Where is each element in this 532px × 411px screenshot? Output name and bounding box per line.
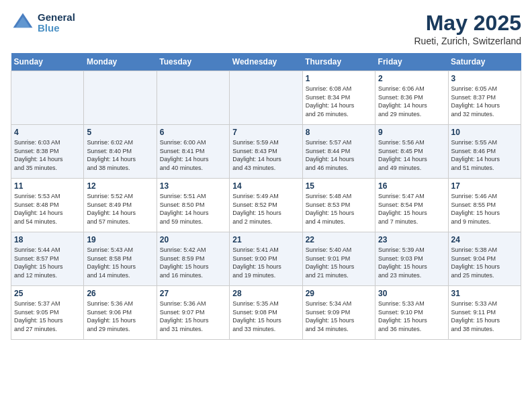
calendar-cell: 3Sunrise: 6:05 AM Sunset: 8:37 PM Daylig… [448,71,521,125]
day-number: 14 [232,181,299,191]
day-info: Sunrise: 5:49 AM Sunset: 8:52 PM Dayligh… [232,192,299,226]
day-info: Sunrise: 6:00 AM Sunset: 8:41 PM Dayligh… [160,138,226,172]
week-row-2: 4Sunrise: 6:03 AM Sunset: 8:38 PM Daylig… [11,125,521,179]
calendar-cell: 13Sunrise: 5:51 AM Sunset: 8:50 PM Dayli… [157,179,229,232]
day-header-monday: Monday [84,53,157,71]
day-number: 7 [232,128,299,137]
day-number: 27 [160,289,226,298]
day-number: 10 [451,128,518,137]
day-info: Sunrise: 5:43 AM Sunset: 8:58 PM Dayligh… [87,246,153,279]
day-info: Sunrise: 5:40 AM Sunset: 9:01 PM Dayligh… [306,246,372,279]
day-info: Sunrise: 5:52 AM Sunset: 8:49 PM Dayligh… [87,192,153,226]
day-info: Sunrise: 5:55 AM Sunset: 8:46 PM Dayligh… [451,138,518,172]
calendar-cell: 5Sunrise: 6:02 AM Sunset: 8:40 PM Daylig… [84,125,157,179]
calendar-cell: 23Sunrise: 5:39 AM Sunset: 9:03 PM Dayli… [375,232,448,286]
calendar-cell [230,71,302,125]
day-header-tuesday: Tuesday [157,53,229,71]
title-section: May 2025 Rueti, Zurich, Switzerland [414,11,521,46]
day-number: 29 [306,289,372,298]
day-info: Sunrise: 6:06 AM Sunset: 8:36 PM Dayligh… [378,85,445,118]
day-info: Sunrise: 6:02 AM Sunset: 8:40 PM Dayligh… [87,138,153,172]
day-number: 26 [87,289,153,298]
calendar-cell [84,71,157,125]
logo-line1: General [38,12,75,24]
header-row: SundayMondayTuesdayWednesdayThursdayFrid… [11,53,521,71]
day-info: Sunrise: 5:35 AM Sunset: 9:08 PM Dayligh… [232,300,299,333]
day-info: Sunrise: 5:33 AM Sunset: 9:11 PM Dayligh… [451,300,518,333]
day-info: Sunrise: 5:33 AM Sunset: 9:10 PM Dayligh… [378,300,445,333]
day-number: 9 [378,128,445,137]
day-number: 11 [14,181,81,191]
calendar-cell [157,71,229,125]
calendar-cell: 18Sunrise: 5:44 AM Sunset: 8:57 PM Dayli… [11,232,84,286]
day-header-friday: Friday [375,53,448,71]
day-number: 31 [451,289,518,298]
calendar-cell: 14Sunrise: 5:49 AM Sunset: 8:52 PM Dayli… [230,179,302,232]
calendar-cell: 4Sunrise: 6:03 AM Sunset: 8:38 PM Daylig… [11,125,84,179]
logo: General Blue [11,11,75,35]
calendar-cell: 1Sunrise: 6:08 AM Sunset: 8:34 PM Daylig… [302,71,375,125]
day-number: 21 [232,235,299,244]
header: General Blue May 2025 Rueti, Zurich, Swi… [11,11,521,46]
day-number: 4 [14,128,81,137]
day-number: 24 [451,235,518,244]
calendar-cell: 19Sunrise: 5:43 AM Sunset: 8:58 PM Dayli… [84,232,157,286]
day-info: Sunrise: 5:46 AM Sunset: 8:55 PM Dayligh… [451,192,518,226]
calendar-cell: 10Sunrise: 5:55 AM Sunset: 8:46 PM Dayli… [448,125,521,179]
day-number: 5 [87,128,153,137]
day-number: 20 [160,235,226,244]
calendar-cell: 20Sunrise: 5:42 AM Sunset: 8:59 PM Dayli… [157,232,229,286]
day-info: Sunrise: 5:59 AM Sunset: 8:43 PM Dayligh… [232,138,299,172]
day-header-saturday: Saturday [448,53,521,71]
day-header-sunday: Sunday [11,53,84,71]
location-title: Rueti, Zurich, Switzerland [414,36,521,46]
day-info: Sunrise: 5:44 AM Sunset: 8:57 PM Dayligh… [14,246,81,279]
day-info: Sunrise: 5:34 AM Sunset: 9:09 PM Dayligh… [306,300,372,333]
calendar-cell: 8Sunrise: 5:57 AM Sunset: 8:44 PM Daylig… [302,125,375,179]
day-info: Sunrise: 5:36 AM Sunset: 9:06 PM Dayligh… [87,300,153,333]
week-row-1: 1Sunrise: 6:08 AM Sunset: 8:34 PM Daylig… [11,71,521,125]
day-header-thursday: Thursday [302,53,375,71]
day-number: 1 [306,74,372,83]
day-info: Sunrise: 5:42 AM Sunset: 8:59 PM Dayligh… [160,246,226,279]
calendar-cell: 12Sunrise: 5:52 AM Sunset: 8:49 PM Dayli… [84,179,157,232]
calendar-cell: 26Sunrise: 5:36 AM Sunset: 9:06 PM Dayli… [84,286,157,340]
day-number: 25 [14,289,81,298]
day-info: Sunrise: 5:37 AM Sunset: 9:05 PM Dayligh… [14,300,81,333]
calendar-cell [11,71,84,125]
calendar-cell: 22Sunrise: 5:40 AM Sunset: 9:01 PM Dayli… [302,232,375,286]
day-info: Sunrise: 5:36 AM Sunset: 9:07 PM Dayligh… [160,300,226,333]
day-number: 2 [378,74,445,83]
calendar-cell: 24Sunrise: 5:38 AM Sunset: 9:04 PM Dayli… [448,232,521,286]
day-header-wednesday: Wednesday [230,53,302,71]
calendar-cell: 11Sunrise: 5:53 AM Sunset: 8:48 PM Dayli… [11,179,84,232]
calendar-cell: 16Sunrise: 5:47 AM Sunset: 8:54 PM Dayli… [375,179,448,232]
week-row-3: 11Sunrise: 5:53 AM Sunset: 8:48 PM Dayli… [11,179,521,232]
calendar-cell: 31Sunrise: 5:33 AM Sunset: 9:11 PM Dayli… [448,286,521,340]
day-info: Sunrise: 5:56 AM Sunset: 8:45 PM Dayligh… [378,138,445,172]
logo-icon [11,11,35,35]
day-info: Sunrise: 6:05 AM Sunset: 8:37 PM Dayligh… [451,85,518,118]
day-number: 22 [306,235,372,244]
day-number: 13 [160,181,226,191]
day-info: Sunrise: 5:57 AM Sunset: 8:44 PM Dayligh… [306,138,372,172]
day-info: Sunrise: 5:39 AM Sunset: 9:03 PM Dayligh… [378,246,445,279]
calendar-cell: 29Sunrise: 5:34 AM Sunset: 9:09 PM Dayli… [302,286,375,340]
day-number: 12 [87,181,153,191]
calendar-cell: 9Sunrise: 5:56 AM Sunset: 8:45 PM Daylig… [375,125,448,179]
day-info: Sunrise: 5:47 AM Sunset: 8:54 PM Dayligh… [378,192,445,226]
day-number: 19 [87,235,153,244]
day-info: Sunrise: 5:41 AM Sunset: 9:00 PM Dayligh… [232,246,299,279]
calendar-cell: 30Sunrise: 5:33 AM Sunset: 9:10 PM Dayli… [375,286,448,340]
day-info: Sunrise: 5:38 AM Sunset: 9:04 PM Dayligh… [451,246,518,279]
day-number: 17 [451,181,518,191]
day-info: Sunrise: 5:48 AM Sunset: 8:53 PM Dayligh… [306,192,372,226]
month-title: May 2025 [414,11,521,36]
day-number: 28 [232,289,299,298]
day-info: Sunrise: 6:08 AM Sunset: 8:34 PM Dayligh… [306,85,372,118]
day-number: 16 [378,181,445,191]
calendar-cell: 2Sunrise: 6:06 AM Sunset: 8:36 PM Daylig… [375,71,448,125]
day-number: 15 [306,181,372,191]
day-number: 30 [378,289,445,298]
week-row-5: 25Sunrise: 5:37 AM Sunset: 9:05 PM Dayli… [11,286,521,340]
